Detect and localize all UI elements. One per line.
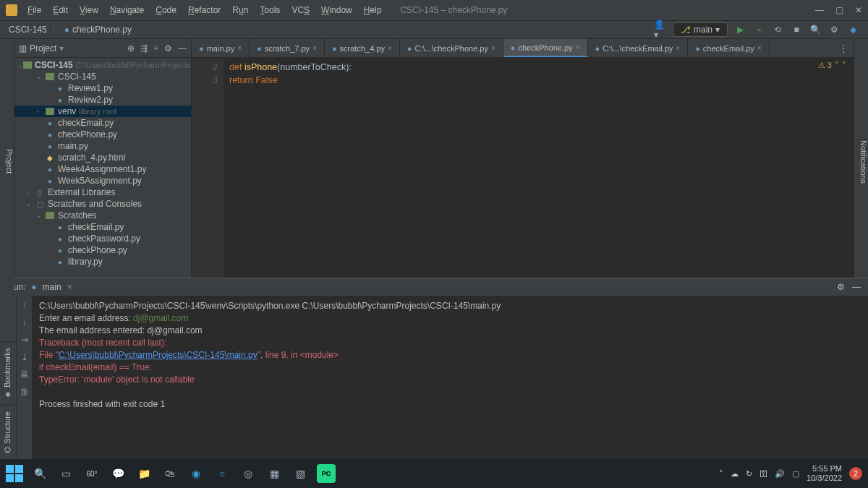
tabs-more-icon[interactable]: ⋮ (833, 43, 854, 53)
search-icon[interactable]: 🔍 (30, 464, 49, 483)
tree-item[interactable]: ●Week5Assignment.py (14, 175, 191, 187)
tree-item[interactable]: ●Week4Assignment1.py (14, 163, 191, 175)
maximize-icon[interactable]: ▢ (835, 5, 843, 15)
tray-volume-icon[interactable]: 🔊 (775, 469, 785, 479)
user-icon[interactable]: 👤▾ (654, 23, 667, 36)
close-tab-icon[interactable]: × (67, 282, 72, 292)
system-clock[interactable]: 5:55 PM 10/3/2022 (807, 464, 842, 483)
close-icon[interactable]: ✕ (855, 5, 862, 15)
tree-item[interactable]: ●checkEmail.py (14, 117, 191, 129)
close-icon[interactable]: × (576, 43, 580, 51)
left-tool-structure[interactable]: ⌬ Structure (0, 405, 14, 459)
run-settings-icon[interactable]: ⚙ (837, 282, 845, 292)
run-config-name[interactable]: main (43, 282, 61, 292)
debug-button[interactable]: ⌁ (752, 23, 765, 36)
tree-item[interactable]: ●library.py (14, 256, 191, 267)
pycharm-taskbar-icon[interactable]: PC (317, 464, 336, 483)
select-opened-icon[interactable]: ⇶ (140, 43, 148, 53)
print-icon[interactable]: 🖶 (20, 369, 29, 380)
editor-tab[interactable]: ●scratch_4.py× (325, 39, 400, 57)
editor-tab[interactable]: ●checkEmail.py× (688, 39, 769, 57)
close-icon[interactable]: × (757, 44, 762, 52)
app-icon-2[interactable]: ▧ (291, 464, 310, 483)
locate-icon[interactable]: ⊕ (127, 43, 135, 53)
notification-badge[interactable]: 2 (849, 467, 862, 480)
menu-help[interactable]: Help (359, 4, 386, 17)
editor-tab[interactable]: ●main.py× (192, 39, 250, 57)
tree-item[interactable]: ◆scratch_4.py.html (14, 152, 191, 163)
collapse-icon[interactable]: ÷ (153, 43, 158, 53)
down-icon[interactable]: ↓ (22, 317, 27, 328)
up-icon[interactable]: ↑ (22, 300, 27, 310)
tree-item[interactable]: ›venvlibrary root (14, 106, 191, 117)
tree-item[interactable]: ●Review1.py (14, 82, 191, 94)
tray-cloud-icon[interactable]: ☁ (731, 469, 739, 479)
right-tool-notifications[interactable]: Notifications (854, 39, 868, 278)
tray-battery-icon[interactable]: ▢ (792, 469, 799, 479)
stop-button[interactable]: ■ (790, 23, 803, 36)
tree-item[interactable]: ●checkPhone.py (14, 129, 191, 140)
menu-window[interactable]: Window (317, 4, 357, 17)
softwrap-icon[interactable]: ⇥ (21, 335, 28, 345)
menu-navigate[interactable]: Navigate (106, 4, 148, 17)
gear-icon[interactable]: ⚙ (164, 43, 172, 53)
menu-view[interactable]: View (75, 4, 103, 17)
tree-item[interactable]: ●Review2.py (14, 94, 191, 106)
breadcrumb-file[interactable]: checkPhone.py (72, 25, 132, 35)
hide-icon[interactable]: — (178, 43, 187, 53)
scroll-icon[interactable]: ⤓ (21, 352, 28, 362)
chat-icon[interactable]: 💬 (109, 464, 127, 483)
edge-icon[interactable]: ◉ (187, 464, 205, 483)
menu-edit[interactable]: Edit (48, 4, 72, 17)
chrome-icon[interactable]: ◎ (239, 464, 258, 483)
app-icon-1[interactable]: ▦ (265, 464, 284, 483)
code-editor[interactable]: def isPhone(numberToCheck): return False (224, 58, 854, 278)
tray-sync-icon[interactable]: ↻ (746, 469, 752, 479)
tree-item[interactable]: ›▯External Libraries (14, 187, 191, 198)
editor-tab[interactable]: ●scratch_7.py× (250, 39, 325, 57)
tree-item[interactable]: ⌄Scratches (14, 210, 191, 221)
close-icon[interactable]: × (388, 44, 392, 52)
taskview-icon[interactable]: ▭ (56, 464, 75, 483)
close-icon[interactable]: × (676, 44, 680, 52)
menu-code[interactable]: Code (151, 4, 181, 17)
menu-vcs[interactable]: VCS (287, 4, 314, 17)
inspection-status[interactable]: ⚠ 3˄˅ (818, 61, 846, 70)
left-tool-project[interactable]: Project (0, 39, 14, 278)
menu-refactor[interactable]: Refactor (184, 4, 225, 17)
breadcrumb-root[interactable]: CSCI-145 (9, 25, 47, 35)
run-button[interactable]: ▶ (733, 23, 746, 36)
store-icon[interactable]: 🛍 (161, 464, 179, 483)
menu-tools[interactable]: Tools (255, 4, 284, 17)
start-button[interactable] (6, 465, 23, 482)
coverage-button[interactable]: ⟲ (771, 23, 784, 36)
search-icon[interactable]: 🔍 (809, 23, 822, 36)
close-icon[interactable]: × (491, 44, 495, 52)
git-branch-selector[interactable]: ⎇ main ▾ (673, 22, 728, 37)
tree-item[interactable]: ●main.py (14, 140, 191, 152)
cortana-icon[interactable]: ○ (213, 464, 231, 483)
tree-item[interactable]: ●checkPassword.py (14, 233, 191, 244)
explorer-icon[interactable]: 📁 (135, 464, 153, 483)
menu-file[interactable]: File (23, 4, 46, 17)
editor-tab[interactable]: ●checkPhone.py× (503, 39, 588, 57)
tray-chevron-icon[interactable]: ˄ (719, 469, 723, 479)
tree-item[interactable]: ●checkEmail.py (14, 221, 191, 233)
run-hide-icon[interactable]: — (852, 282, 861, 292)
chevron-down-icon[interactable]: ▾ (59, 43, 64, 53)
left-tool-bookmarks[interactable]: ★ Bookmarks (0, 341, 14, 405)
weather-widget[interactable]: 60° (82, 464, 101, 483)
tray-wifi-icon[interactable]: ⚿ (760, 469, 767, 478)
tree-item[interactable]: ⌄▢Scratches and Consoles (14, 198, 191, 210)
profiler-icon[interactable]: ◆ (846, 23, 859, 36)
tree-item[interactable]: ●checkPhone.py (14, 244, 191, 256)
close-icon[interactable]: × (312, 44, 317, 52)
tree-item[interactable]: ⌄CSCI-145 (14, 71, 191, 82)
console-output[interactable]: C:\Users\bubbl\PycharmProjects\CSCI-145\… (32, 296, 868, 459)
minimize-icon[interactable]: — (815, 5, 824, 15)
trash-icon[interactable]: 🗑 (20, 387, 29, 397)
menu-run[interactable]: Run (228, 4, 252, 17)
close-icon[interactable]: × (237, 44, 242, 52)
settings-icon[interactable]: ⚙ (827, 23, 841, 36)
editor-tab[interactable]: ●C:\...\checkPhone.py× (400, 39, 503, 57)
